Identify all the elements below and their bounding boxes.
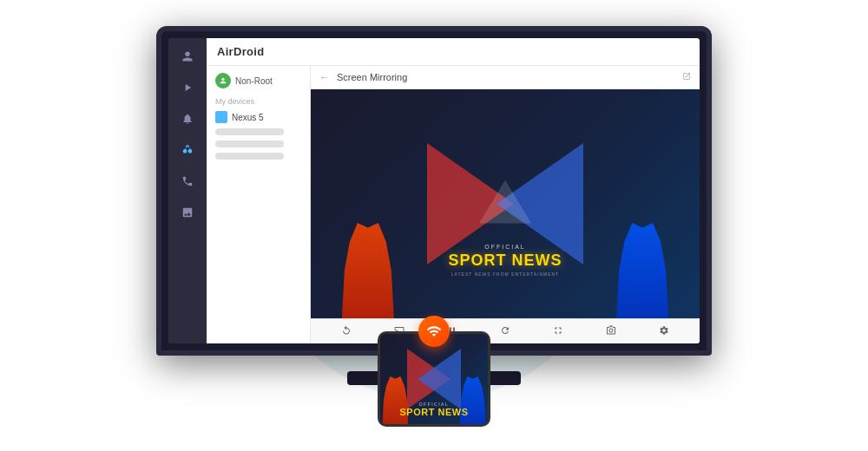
panel-title: Screen Mirroring: [337, 72, 675, 82]
rotate-button[interactable]: [339, 324, 353, 339]
phone-wrapper: OFFICIAL SPORT NEWS: [378, 331, 490, 427]
sidebar-icon-notification[interactable]: [178, 109, 197, 128]
fullscreen-button[interactable]: [551, 324, 565, 339]
panel-header: ← Screen Mirroring: [311, 66, 700, 89]
left-panel: Non-Root My devices Nexus 5: [207, 66, 311, 343]
sidebar-icon-person[interactable]: [178, 47, 197, 66]
sidebar: [168, 38, 207, 343]
placeholder-bar-2: [215, 141, 284, 147]
main-content: AirDroid Non-Root My devices: [207, 38, 700, 343]
center-logo: [479, 180, 531, 224]
phone-sport-banner: OFFICIAL SPORT NEWS: [380, 334, 488, 424]
user-avatar: [215, 73, 231, 88]
sidebar-icon-binoculars[interactable]: [178, 141, 197, 160]
control-bar: [311, 318, 700, 343]
camera-button[interactable]: [604, 324, 618, 339]
phone-sport-news-text: SPORT NEWS: [400, 407, 469, 417]
sidebar-icon-image[interactable]: [178, 203, 197, 222]
phone-triangle-right: [418, 349, 461, 409]
phone-text: OFFICIAL SPORT NEWS: [400, 402, 469, 417]
device-name: Nexus 5: [232, 113, 264, 122]
section-label: My devices: [215, 97, 301, 106]
placeholder-bar-1: [215, 128, 284, 135]
sport-banner: OFFICIAL SPORT NEWS LATEST NEWS FROM ENT…: [311, 89, 700, 318]
external-link-icon[interactable]: [682, 72, 691, 82]
settings-button[interactable]: [657, 324, 671, 339]
tv-screen: AirDroid Non-Root My devices: [168, 38, 700, 343]
device-item[interactable]: Nexus 5: [215, 111, 301, 123]
sport-content: OFFICIAL SPORT NEWS LATEST NEWS FROM ENT…: [311, 89, 700, 318]
user-badge: Non-Root: [215, 73, 301, 88]
user-name: Non-Root: [235, 76, 273, 86]
wifi-broadcast-button[interactable]: [418, 316, 450, 347]
content-split: Non-Root My devices Nexus 5: [207, 66, 700, 343]
sidebar-icon-play[interactable]: [178, 78, 197, 97]
official-text: OFFICIAL: [311, 244, 700, 250]
app-header: AirDroid: [207, 38, 700, 66]
device-icon: [215, 111, 227, 123]
back-button[interactable]: ←: [319, 71, 330, 83]
sport-news-text: SPORT NEWS: [311, 252, 700, 270]
tv-frame: AirDroid Non-Root My devices: [156, 26, 712, 356]
placeholder-bar-3: [215, 153, 284, 160]
right-panel: ← Screen Mirroring: [311, 66, 700, 343]
banner-text: OFFICIAL SPORT NEWS LATEST NEWS FROM ENT…: [311, 244, 700, 277]
sidebar-icon-phone[interactable]: [178, 172, 197, 191]
refresh-button[interactable]: [498, 324, 512, 339]
app-title: AirDroid: [217, 45, 264, 58]
wifi-icon: [426, 324, 442, 339]
sub-text: LATEST NEWS FROM ENTERTAINMENT: [311, 271, 700, 277]
